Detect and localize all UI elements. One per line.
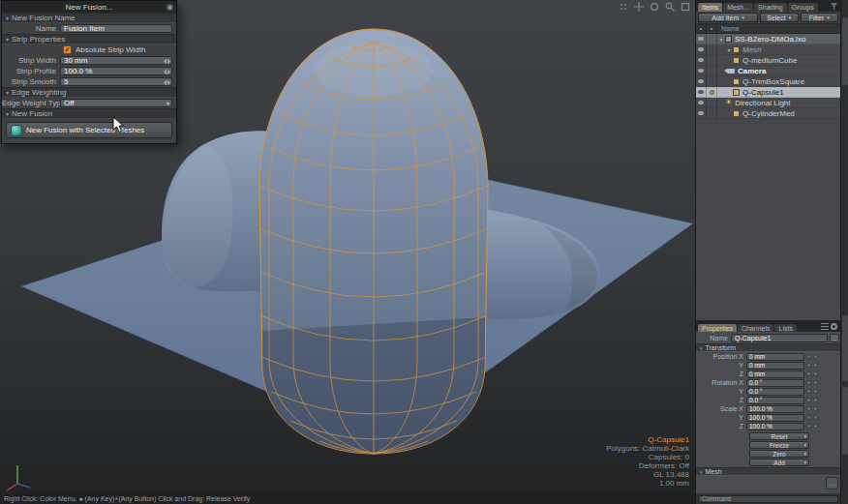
channel-icon[interactable] [813, 389, 818, 394]
section-edge-weighting[interactable]: ▾ Edge Weighting [2, 87, 176, 98]
eye-icon[interactable] [698, 47, 704, 51]
section-new-fusion-name[interactable]: ▾ New Fusion Name [2, 13, 176, 23]
tree-row-cylindermed[interactable]: Q-CylinderMed [696, 108, 840, 119]
tree-item-label[interactable]: Q-CylinderMed [742, 109, 795, 118]
zero-button[interactable]: Zero ▾ [749, 450, 809, 458]
strip-profile-input[interactable]: 100.0 % [60, 67, 172, 75]
tab-items[interactable]: Items [698, 3, 722, 12]
tab-mesh-ops[interactable]: Mesh... [723, 3, 753, 12]
maximize-viewport-icon[interactable] [681, 2, 690, 12]
zoom-icon[interactable] [665, 2, 675, 12]
3d-viewport[interactable]: Q-Capsule1 Polygons: Catmull-Clark Capsu… [0, 0, 695, 493]
section-strip-properties[interactable]: ▾ Strip Properties [2, 34, 176, 44]
channel-icon[interactable] [813, 424, 818, 429]
transform-section-header[interactable]: ▾ Transform [696, 343, 841, 352]
channel-icon[interactable] [813, 406, 818, 411]
item-name-input[interactable]: Q-Capsule1 [731, 334, 828, 342]
add-item-button[interactable]: Add Item ▾ [698, 13, 758, 22]
collapsed-panel-tab[interactable] [842, 387, 848, 455]
position-x-input[interactable]: 0 mm [746, 353, 804, 361]
select-dropdown[interactable]: Select ▾ [760, 13, 799, 22]
tree-item-label[interactable]: Mesh [742, 45, 762, 54]
tree-row-scene[interactable]: ▾ SS-BZero-DMOa.lxo [696, 34, 840, 44]
fusion-name-input[interactable]: Fusion Item [60, 24, 172, 33]
rotation-x-input[interactable]: 0.0 ° [746, 379, 804, 387]
channel-icon[interactable] [813, 354, 818, 359]
lock-column-icon[interactable]: • [707, 24, 717, 33]
filter-dropdown[interactable]: Filter ▾ [801, 13, 839, 22]
scale-y-input[interactable]: 100.0 % [746, 414, 804, 422]
rotation-y-input[interactable]: 0.0 ° [746, 388, 804, 396]
envelope-icon[interactable] [806, 380, 811, 385]
collapsed-panel-tab[interactable] [842, 17, 848, 85]
absolute-strip-width-checkbox[interactable]: ✓ [63, 45, 72, 54]
tab-shading[interactable]: Shading [754, 3, 787, 12]
channel-icon[interactable] [813, 380, 818, 385]
filter-icon[interactable] [831, 3, 837, 10]
tree-row-directional-light[interactable]: ☀ Directional Light [696, 98, 840, 108]
freeze-button[interactable]: Freeze ▾ [749, 441, 809, 449]
envelope-icon[interactable] [806, 398, 811, 402]
channel-icon[interactable] [813, 398, 818, 402]
channel-icon[interactable] [813, 371, 818, 376]
tree-item-label[interactable]: Q-mediumCube [742, 56, 797, 65]
eye-icon[interactable] [698, 69, 704, 73]
item-list-empty-area[interactable] [696, 119, 840, 318]
dialog-titlebar[interactable]: New Fusion... ✕ [2, 1, 176, 13]
eye-icon[interactable] [698, 111, 704, 115]
expand-arrow-icon[interactable]: ▾ [725, 46, 733, 53]
channel-icon[interactable] [813, 415, 818, 420]
name-column-header[interactable]: Name [717, 25, 740, 32]
mesh-section-header[interactable]: ▾ Mesh [696, 467, 841, 476]
tree-item-label[interactable]: Directional Light [735, 99, 790, 107]
envelope-icon[interactable] [806, 415, 811, 420]
gear-icon[interactable] [831, 323, 837, 330]
tree-item-label[interactable]: SS-BZero-DMOa.lxo [735, 35, 805, 44]
close-icon[interactable]: ✕ [166, 3, 174, 12]
eye-icon[interactable] [698, 37, 704, 41]
orbit-icon[interactable] [650, 2, 659, 12]
tree-item-label[interactable]: Q-TrimBoxSquare [742, 77, 804, 86]
envelope-icon[interactable] [806, 389, 811, 394]
channel-icon[interactable] [813, 363, 818, 368]
reset-button[interactable]: Reset ▾ [749, 432, 809, 440]
envelope-icon[interactable] [806, 363, 811, 368]
expand-arrow-icon[interactable]: ▾ [717, 36, 725, 43]
eye-icon[interactable] [698, 58, 704, 62]
tree-item-label[interactable]: Q-Capsule1 [742, 88, 784, 97]
envelope-icon[interactable] [806, 406, 811, 411]
tree-row-mesh[interactable]: ▾ Mesh [696, 44, 840, 55]
eye-icon[interactable] [698, 79, 704, 83]
strip-smooth-input[interactable]: 5 [60, 77, 172, 86]
eye-icon[interactable] [698, 101, 704, 104]
strip-width-input[interactable]: 30 mm [60, 56, 172, 65]
section-new-fusion[interactable]: ▾ New Fusion [2, 108, 176, 119]
tree-row-trimboxsquare[interactable]: Q-TrimBoxSquare [696, 76, 840, 87]
new-fusion-button[interactable]: New Fusion with Selected Meshes [6, 122, 172, 138]
tab-channels[interactable]: Channels [738, 324, 774, 332]
envelope-icon[interactable] [806, 371, 811, 376]
tree-row-camera[interactable]: Camera [696, 66, 840, 76]
overlay-toggle-icon[interactable] [619, 2, 628, 12]
tree-row-capsule1-selected[interactable]: Q-Capsule1 [696, 87, 840, 98]
position-y-input[interactable]: 0 mm [746, 362, 804, 370]
add-button[interactable]: Add ▾ [749, 459, 809, 466]
envelope-icon[interactable] [806, 424, 811, 429]
rotation-z-input[interactable]: 0.0 ° [746, 397, 804, 404]
value-spinner[interactable] [164, 58, 170, 63]
scale-z-input[interactable]: 100.0 % [746, 423, 804, 430]
visibility-column-icon[interactable]: • [696, 24, 707, 33]
value-spinner[interactable] [164, 69, 170, 74]
pan-icon[interactable] [634, 2, 644, 12]
command-input[interactable]: Command [698, 495, 838, 503]
tree-item-label[interactable]: Camera [738, 67, 766, 75]
edge-weight-type-dropdown[interactable]: Off ▾ [60, 99, 172, 107]
form-list-icon[interactable] [821, 323, 829, 330]
tab-groups[interactable]: Groups [788, 3, 818, 12]
name-options-button[interactable]: … [830, 334, 839, 342]
position-z-input[interactable]: 0 mm [746, 371, 804, 378]
collapsed-panel-tab[interactable] [842, 315, 848, 381]
value-spinner[interactable] [164, 79, 170, 84]
scale-x-input[interactable]: 100.0 % [746, 405, 804, 413]
envelope-icon[interactable] [806, 354, 811, 359]
